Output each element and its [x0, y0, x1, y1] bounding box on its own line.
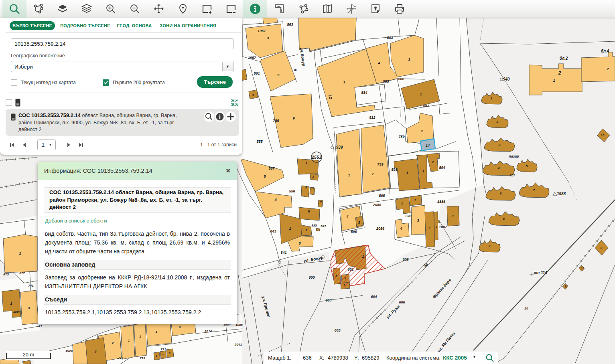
svg-text:4: 4 — [400, 226, 402, 231]
svg-text:601: 601 — [347, 267, 353, 271]
svg-text:2086: 2086 — [376, 226, 385, 231]
svg-text:3: 3 — [179, 325, 181, 329]
svg-text:1: 1 — [422, 169, 424, 173]
svg-text:843: 843 — [270, 229, 276, 233]
svg-text:587: 587 — [423, 104, 429, 108]
svg-text:719: 719 — [140, 356, 145, 360]
svg-text:3: 3 — [335, 274, 337, 277]
svg-text:10: 10 — [601, 133, 605, 137]
svg-text:1: 1 — [10, 301, 12, 305]
svg-text:603: 603 — [325, 298, 331, 302]
svg-text:2: 2 — [305, 229, 308, 232]
svg-text:7: 7 — [320, 200, 322, 204]
svg-text:606: 606 — [399, 300, 405, 304]
svg-text:10: 10 — [581, 267, 584, 270]
svg-text:пазар: пазар — [509, 154, 519, 158]
svg-text:1887: 1887 — [439, 225, 447, 229]
svg-text:11: 11 — [564, 285, 567, 288]
svg-text:558: 558 — [289, 189, 295, 193]
svg-text:594: 594 — [439, 166, 445, 170]
svg-text:841: 841 — [280, 251, 286, 255]
svg-text:584: 584 — [361, 91, 367, 95]
svg-text:561: 561 — [254, 71, 260, 75]
svg-text:2: 2 — [371, 172, 374, 176]
svg-text:1: 1 — [19, 251, 21, 255]
svg-text:2: 2 — [112, 341, 114, 345]
svg-text:2016: 2016 — [204, 330, 212, 333]
svg-text:1: 1 — [420, 92, 422, 96]
svg-text:1: 1 — [408, 57, 410, 61]
svg-text:2: 2 — [606, 67, 609, 71]
svg-text:3: 3 — [305, 186, 307, 189]
svg-text:605: 605 — [334, 328, 341, 332]
svg-text:2: 2 — [420, 129, 423, 133]
svg-text:812: 812 — [369, 115, 375, 119]
svg-text:1: 1 — [305, 161, 307, 165]
svg-text:1924: 1924 — [65, 349, 73, 353]
svg-text:3: 3 — [499, 143, 501, 147]
svg-text:1967: 1967 — [258, 29, 266, 33]
svg-text:1: 1 — [362, 255, 364, 259]
svg-text:7: 7 — [533, 188, 535, 192]
svg-text:9: 9 — [252, 93, 254, 97]
svg-text:2: 2 — [558, 70, 561, 76]
svg-text:4: 4 — [344, 277, 347, 280]
svg-text:1886: 1886 — [437, 200, 446, 204]
svg-text:2085: 2085 — [373, 203, 382, 207]
svg-text:3: 3 — [451, 214, 453, 218]
svg-text:3: 3 — [28, 306, 30, 310]
svg-text:598: 598 — [405, 214, 411, 218]
svg-text:1894: 1894 — [13, 310, 20, 313]
svg-text:2: 2 — [435, 225, 437, 228]
svg-text:1: 1 — [429, 226, 431, 230]
svg-text:3: 3 — [358, 220, 360, 224]
svg-text:741: 741 — [28, 284, 34, 287]
svg-text:1: 1 — [156, 330, 158, 334]
svg-text:5: 5 — [526, 164, 528, 168]
svg-text:1: 1 — [348, 173, 350, 177]
svg-text:583: 583 — [387, 36, 393, 40]
svg-text:557: 557 — [268, 166, 275, 170]
svg-text:8: 8 — [503, 217, 505, 220]
svg-text:9: 9 — [601, 246, 603, 250]
svg-text:593: 593 — [391, 168, 397, 172]
svg-text:9: 9 — [292, 116, 294, 120]
svg-text:6: 6 — [500, 192, 502, 195]
svg-text:рт 114: рт 114 — [533, 271, 547, 275]
svg-text:4: 4 — [274, 198, 276, 202]
svg-text:675: 675 — [3, 273, 9, 276]
svg-text:3: 3 — [267, 36, 269, 40]
svg-text:3: 3 — [417, 218, 419, 222]
svg-text:555: 555 — [256, 140, 263, 144]
svg-text:596: 596 — [351, 230, 357, 234]
svg-text:1938: 1938 — [557, 192, 566, 196]
svg-text:2: 2 — [414, 198, 416, 202]
svg-text:2: 2 — [312, 175, 315, 178]
svg-text:1: 1 — [289, 226, 291, 231]
svg-text:585: 585 — [383, 79, 389, 83]
svg-text:1: 1 — [553, 79, 555, 83]
svg-text:759: 759 — [398, 135, 404, 139]
svg-text:721: 721 — [160, 348, 166, 351]
svg-text:4: 4 — [162, 354, 164, 356]
svg-text:1: 1 — [491, 97, 493, 100]
svg-text:2: 2 — [431, 160, 434, 164]
svg-text:842: 842 — [321, 224, 326, 228]
svg-text:бл.4: бл.4 — [601, 49, 609, 53]
svg-text:739: 739 — [377, 162, 383, 166]
svg-text:4: 4 — [346, 214, 348, 218]
svg-text:14: 14 — [39, 324, 42, 328]
svg-text:604: 604 — [371, 295, 377, 299]
svg-text:4: 4 — [378, 61, 380, 65]
svg-text:602: 602 — [402, 257, 408, 261]
svg-text:717: 717 — [118, 356, 124, 360]
svg-text:4: 4 — [312, 186, 314, 190]
svg-text:8: 8 — [298, 241, 300, 245]
svg-text:586: 586 — [398, 77, 404, 81]
svg-text:4: 4 — [94, 350, 96, 354]
svg-text:940: 940 — [503, 77, 510, 81]
svg-text:1: 1 — [406, 171, 408, 175]
svg-text:2041: 2041 — [234, 343, 242, 346]
svg-text:1885: 1885 — [235, 323, 243, 327]
svg-text:14: 14 — [426, 144, 430, 148]
